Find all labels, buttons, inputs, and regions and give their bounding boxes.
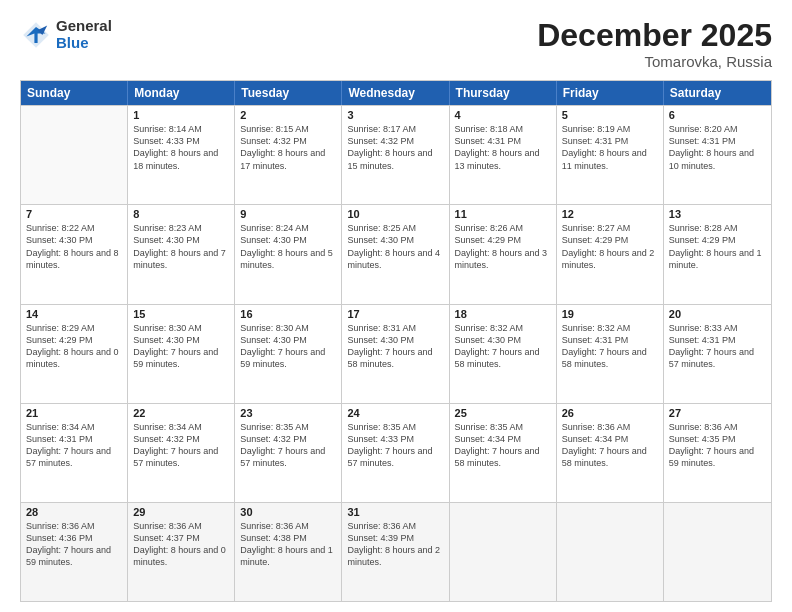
day-number: 14 <box>26 308 122 320</box>
day-number: 12 <box>562 208 658 220</box>
logo-text: General Blue <box>56 18 112 51</box>
day-info: Sunrise: 8:18 AM Sunset: 4:31 PM Dayligh… <box>455 123 551 172</box>
calendar-cell-w5-d7 <box>664 503 771 601</box>
logo-icon <box>20 19 52 51</box>
calendar-cell-w4-d4: 24Sunrise: 8:35 AM Sunset: 4:33 PM Dayli… <box>342 404 449 502</box>
calendar-week-4: 21Sunrise: 8:34 AM Sunset: 4:31 PM Dayli… <box>21 403 771 502</box>
day-number: 15 <box>133 308 229 320</box>
calendar-cell-w1-d6: 5Sunrise: 8:19 AM Sunset: 4:31 PM Daylig… <box>557 106 664 204</box>
logo: General Blue <box>20 18 112 51</box>
day-number: 25 <box>455 407 551 419</box>
day-info: Sunrise: 8:33 AM Sunset: 4:31 PM Dayligh… <box>669 322 766 371</box>
day-number: 31 <box>347 506 443 518</box>
calendar-week-2: 7Sunrise: 8:22 AM Sunset: 4:30 PM Daylig… <box>21 204 771 303</box>
header-monday: Monday <box>128 81 235 105</box>
day-number: 4 <box>455 109 551 121</box>
header-thursday: Thursday <box>450 81 557 105</box>
location: Tomarovka, Russia <box>537 53 772 70</box>
calendar-cell-w1-d7: 6Sunrise: 8:20 AM Sunset: 4:31 PM Daylig… <box>664 106 771 204</box>
day-info: Sunrise: 8:32 AM Sunset: 4:31 PM Dayligh… <box>562 322 658 371</box>
calendar-cell-w2-d7: 13Sunrise: 8:28 AM Sunset: 4:29 PM Dayli… <box>664 205 771 303</box>
day-info: Sunrise: 8:32 AM Sunset: 4:30 PM Dayligh… <box>455 322 551 371</box>
day-number: 27 <box>669 407 766 419</box>
day-number: 20 <box>669 308 766 320</box>
day-number: 1 <box>133 109 229 121</box>
calendar-cell-w5-d4: 31Sunrise: 8:36 AM Sunset: 4:39 PM Dayli… <box>342 503 449 601</box>
calendar-cell-w1-d5: 4Sunrise: 8:18 AM Sunset: 4:31 PM Daylig… <box>450 106 557 204</box>
calendar-cell-w4-d2: 22Sunrise: 8:34 AM Sunset: 4:32 PM Dayli… <box>128 404 235 502</box>
calendar-cell-w3-d6: 19Sunrise: 8:32 AM Sunset: 4:31 PM Dayli… <box>557 305 664 403</box>
day-info: Sunrise: 8:35 AM Sunset: 4:32 PM Dayligh… <box>240 421 336 470</box>
logo-blue-text: Blue <box>56 35 112 52</box>
calendar-cell-w4-d6: 26Sunrise: 8:36 AM Sunset: 4:34 PM Dayli… <box>557 404 664 502</box>
day-number: 11 <box>455 208 551 220</box>
calendar-week-3: 14Sunrise: 8:29 AM Sunset: 4:29 PM Dayli… <box>21 304 771 403</box>
title-block: December 2025 Tomarovka, Russia <box>537 18 772 70</box>
logo-general-text: General <box>56 18 112 35</box>
calendar-cell-w5-d5 <box>450 503 557 601</box>
day-number: 26 <box>562 407 658 419</box>
calendar-cell-w2-d2: 8Sunrise: 8:23 AM Sunset: 4:30 PM Daylig… <box>128 205 235 303</box>
day-info: Sunrise: 8:30 AM Sunset: 4:30 PM Dayligh… <box>240 322 336 371</box>
day-number: 19 <box>562 308 658 320</box>
calendar-cell-w4-d3: 23Sunrise: 8:35 AM Sunset: 4:32 PM Dayli… <box>235 404 342 502</box>
calendar-cell-w5-d6 <box>557 503 664 601</box>
day-info: Sunrise: 8:28 AM Sunset: 4:29 PM Dayligh… <box>669 222 766 271</box>
day-info: Sunrise: 8:34 AM Sunset: 4:31 PM Dayligh… <box>26 421 122 470</box>
header-tuesday: Tuesday <box>235 81 342 105</box>
day-info: Sunrise: 8:15 AM Sunset: 4:32 PM Dayligh… <box>240 123 336 172</box>
calendar-week-1: 1Sunrise: 8:14 AM Sunset: 4:33 PM Daylig… <box>21 105 771 204</box>
calendar-cell-w4-d1: 21Sunrise: 8:34 AM Sunset: 4:31 PM Dayli… <box>21 404 128 502</box>
day-info: Sunrise: 8:26 AM Sunset: 4:29 PM Dayligh… <box>455 222 551 271</box>
calendar-cell-w4-d7: 27Sunrise: 8:36 AM Sunset: 4:35 PM Dayli… <box>664 404 771 502</box>
day-number: 24 <box>347 407 443 419</box>
day-info: Sunrise: 8:23 AM Sunset: 4:30 PM Dayligh… <box>133 222 229 271</box>
day-info: Sunrise: 8:25 AM Sunset: 4:30 PM Dayligh… <box>347 222 443 271</box>
calendar-cell-w5-d3: 30Sunrise: 8:36 AM Sunset: 4:38 PM Dayli… <box>235 503 342 601</box>
header-wednesday: Wednesday <box>342 81 449 105</box>
page: General Blue December 2025 Tomarovka, Ru… <box>0 0 792 612</box>
day-number: 18 <box>455 308 551 320</box>
calendar-cell-w3-d3: 16Sunrise: 8:30 AM Sunset: 4:30 PM Dayli… <box>235 305 342 403</box>
calendar-cell-w3-d4: 17Sunrise: 8:31 AM Sunset: 4:30 PM Dayli… <box>342 305 449 403</box>
day-info: Sunrise: 8:36 AM Sunset: 4:37 PM Dayligh… <box>133 520 229 569</box>
header-saturday: Saturday <box>664 81 771 105</box>
calendar-cell-w1-d1 <box>21 106 128 204</box>
calendar-cell-w5-d1: 28Sunrise: 8:36 AM Sunset: 4:36 PM Dayli… <box>21 503 128 601</box>
calendar-body: 1Sunrise: 8:14 AM Sunset: 4:33 PM Daylig… <box>21 105 771 601</box>
calendar-cell-w1-d3: 2Sunrise: 8:15 AM Sunset: 4:32 PM Daylig… <box>235 106 342 204</box>
day-info: Sunrise: 8:36 AM Sunset: 4:39 PM Dayligh… <box>347 520 443 569</box>
day-info: Sunrise: 8:20 AM Sunset: 4:31 PM Dayligh… <box>669 123 766 172</box>
calendar-week-5: 28Sunrise: 8:36 AM Sunset: 4:36 PM Dayli… <box>21 502 771 601</box>
calendar-cell-w3-d1: 14Sunrise: 8:29 AM Sunset: 4:29 PM Dayli… <box>21 305 128 403</box>
day-info: Sunrise: 8:27 AM Sunset: 4:29 PM Dayligh… <box>562 222 658 271</box>
day-info: Sunrise: 8:24 AM Sunset: 4:30 PM Dayligh… <box>240 222 336 271</box>
day-info: Sunrise: 8:29 AM Sunset: 4:29 PM Dayligh… <box>26 322 122 371</box>
calendar-cell-w5-d2: 29Sunrise: 8:36 AM Sunset: 4:37 PM Dayli… <box>128 503 235 601</box>
day-info: Sunrise: 8:36 AM Sunset: 4:35 PM Dayligh… <box>669 421 766 470</box>
day-info: Sunrise: 8:31 AM Sunset: 4:30 PM Dayligh… <box>347 322 443 371</box>
calendar-cell-w3-d5: 18Sunrise: 8:32 AM Sunset: 4:30 PM Dayli… <box>450 305 557 403</box>
day-info: Sunrise: 8:35 AM Sunset: 4:33 PM Dayligh… <box>347 421 443 470</box>
calendar-cell-w1-d4: 3Sunrise: 8:17 AM Sunset: 4:32 PM Daylig… <box>342 106 449 204</box>
day-number: 3 <box>347 109 443 121</box>
calendar-cell-w3-d7: 20Sunrise: 8:33 AM Sunset: 4:31 PM Dayli… <box>664 305 771 403</box>
calendar-cell-w2-d3: 9Sunrise: 8:24 AM Sunset: 4:30 PM Daylig… <box>235 205 342 303</box>
day-info: Sunrise: 8:17 AM Sunset: 4:32 PM Dayligh… <box>347 123 443 172</box>
day-number: 17 <box>347 308 443 320</box>
header-sunday: Sunday <box>21 81 128 105</box>
day-number: 21 <box>26 407 122 419</box>
day-number: 13 <box>669 208 766 220</box>
calendar-header-row: Sunday Monday Tuesday Wednesday Thursday… <box>21 81 771 105</box>
calendar-cell-w2-d4: 10Sunrise: 8:25 AM Sunset: 4:30 PM Dayli… <box>342 205 449 303</box>
calendar-cell-w3-d2: 15Sunrise: 8:30 AM Sunset: 4:30 PM Dayli… <box>128 305 235 403</box>
calendar-cell-w1-d2: 1Sunrise: 8:14 AM Sunset: 4:33 PM Daylig… <box>128 106 235 204</box>
day-number: 5 <box>562 109 658 121</box>
day-number: 9 <box>240 208 336 220</box>
calendar: Sunday Monday Tuesday Wednesday Thursday… <box>20 80 772 602</box>
month-title: December 2025 <box>537 18 772 53</box>
day-number: 28 <box>26 506 122 518</box>
day-number: 8 <box>133 208 229 220</box>
day-number: 22 <box>133 407 229 419</box>
calendar-cell-w2-d5: 11Sunrise: 8:26 AM Sunset: 4:29 PM Dayli… <box>450 205 557 303</box>
